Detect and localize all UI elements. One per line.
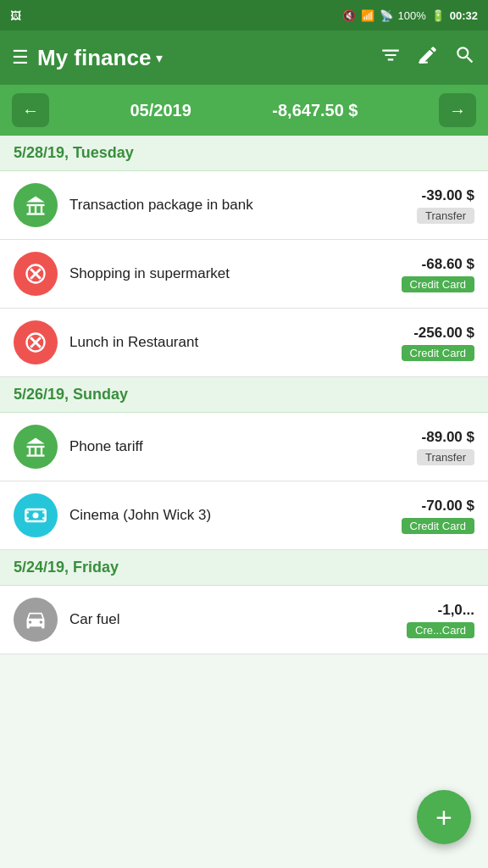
svg-marker-6 xyxy=(27,197,45,203)
transaction-icon-bank xyxy=(14,183,58,227)
status-time: 00:32 xyxy=(450,9,478,22)
transaction-right: -1,0... Cre...Card xyxy=(407,602,474,638)
transaction-item[interactable]: Lunch in Restaurant -256.00 $ Credit Car… xyxy=(0,309,488,377)
section-date-2: 5/24/19, Friday xyxy=(14,559,119,576)
transaction-icon-car xyxy=(14,598,58,642)
transaction-name: Cinema (John Wick 3) xyxy=(69,507,390,524)
svg-marker-18 xyxy=(27,438,45,444)
transaction-right: -39.00 $ Transfer xyxy=(417,187,474,224)
transaction-tag: Credit Card xyxy=(402,276,474,292)
svg-rect-0 xyxy=(419,62,428,64)
transaction-item[interactable]: Transaction package in bank -39.00 $ Tra… xyxy=(0,171,488,240)
battery-icon: 100% xyxy=(398,9,426,22)
battery-full-icon: 🔋 xyxy=(431,9,445,22)
svg-rect-17 xyxy=(27,454,45,456)
svg-rect-16 xyxy=(41,448,42,454)
transaction-name: Transaction package in bank xyxy=(69,197,405,214)
transaction-amount: -70.00 $ xyxy=(422,498,474,515)
transaction-icon-restaurant xyxy=(14,320,58,364)
total-balance: -8,647.50 $ xyxy=(272,101,358,120)
app-title: My finance xyxy=(37,45,151,71)
svg-rect-4 xyxy=(41,206,42,213)
section-date-1: 5/26/19, Sunday xyxy=(14,386,128,403)
transaction-tag: Transfer xyxy=(417,449,474,465)
svg-rect-15 xyxy=(35,448,36,454)
signal-icon: 📡 xyxy=(380,9,393,22)
date-label: 05/2019 xyxy=(130,101,191,120)
transactions-list: 5/28/19, Tuesday Transaction package in … xyxy=(0,136,488,654)
transaction-item[interactable]: Car fuel -1,0... Cre...Card xyxy=(0,586,488,654)
svg-rect-2 xyxy=(29,206,30,213)
transaction-name: Car fuel xyxy=(69,611,395,628)
transaction-item[interactable]: Cinema (John Wick 3) -70.00 $ Credit Car… xyxy=(0,481,488,550)
transaction-amount: -1,0... xyxy=(438,602,474,619)
svg-rect-14 xyxy=(29,448,30,454)
svg-rect-3 xyxy=(35,206,36,213)
transaction-item[interactable]: Shopping in supermarket -68.60 $ Credit … xyxy=(0,240,488,309)
transaction-right: -68.60 $ Credit Card xyxy=(402,256,474,292)
transaction-icon-shopping xyxy=(14,252,58,296)
section-header-0: 5/28/19, Tuesday xyxy=(0,136,488,171)
transaction-tag: Credit Card xyxy=(402,518,474,534)
transaction-right: -70.00 $ Credit Card xyxy=(402,498,474,534)
transaction-tag: Cre...Card xyxy=(407,622,474,638)
section-date-0: 5/28/19, Tuesday xyxy=(14,144,134,161)
transaction-name: Phone tariff xyxy=(69,438,405,455)
prev-month-button[interactable]: ← xyxy=(12,93,49,127)
menu-icon[interactable]: ☰ xyxy=(12,47,29,69)
wifi-icon: 📶 xyxy=(361,9,374,22)
transaction-name: Shopping in supermarket xyxy=(69,265,390,282)
transaction-name: Lunch in Restaurant xyxy=(69,334,390,351)
svg-rect-1 xyxy=(27,204,45,206)
date-nav: ← 05/2019 -8,647.50 $ → xyxy=(0,85,488,136)
transaction-right: -89.00 $ Transfer xyxy=(417,429,474,465)
search-icon[interactable] xyxy=(454,44,476,71)
transaction-tag: Credit Card xyxy=(402,345,474,361)
transaction-amount: -89.00 $ xyxy=(422,429,474,446)
transaction-amount: -68.60 $ xyxy=(422,256,474,273)
transaction-right: -256.00 $ Credit Card xyxy=(402,325,474,361)
toolbar-actions xyxy=(380,44,476,71)
toolbar: ☰ My finance ▾ xyxy=(0,31,488,85)
mute-icon: 🔇 xyxy=(342,9,356,22)
toolbar-title-area[interactable]: My finance ▾ xyxy=(37,45,371,71)
edit-icon[interactable] xyxy=(417,44,439,71)
transaction-icon-phone xyxy=(14,425,58,469)
add-transaction-button[interactable]: + xyxy=(417,790,471,844)
next-month-button[interactable]: → xyxy=(439,93,476,127)
section-header-1: 5/26/19, Sunday xyxy=(0,377,488,413)
svg-rect-13 xyxy=(27,446,45,448)
transaction-icon-cinema xyxy=(14,493,58,537)
status-bar: 🖼 🔇 📶 📡 100% 🔋 00:32 xyxy=(0,0,488,31)
svg-rect-5 xyxy=(27,213,45,214)
transaction-amount: -256.00 $ xyxy=(413,325,474,342)
filter-icon[interactable] xyxy=(380,44,402,71)
section-header-2: 5/24/19, Friday xyxy=(0,550,488,586)
svg-point-20 xyxy=(33,513,39,519)
dropdown-icon: ▾ xyxy=(156,50,163,66)
transaction-amount: -39.00 $ xyxy=(422,187,474,204)
transaction-item[interactable]: Phone tariff -89.00 $ Transfer xyxy=(0,413,488,481)
transaction-tag: Transfer xyxy=(417,208,474,224)
